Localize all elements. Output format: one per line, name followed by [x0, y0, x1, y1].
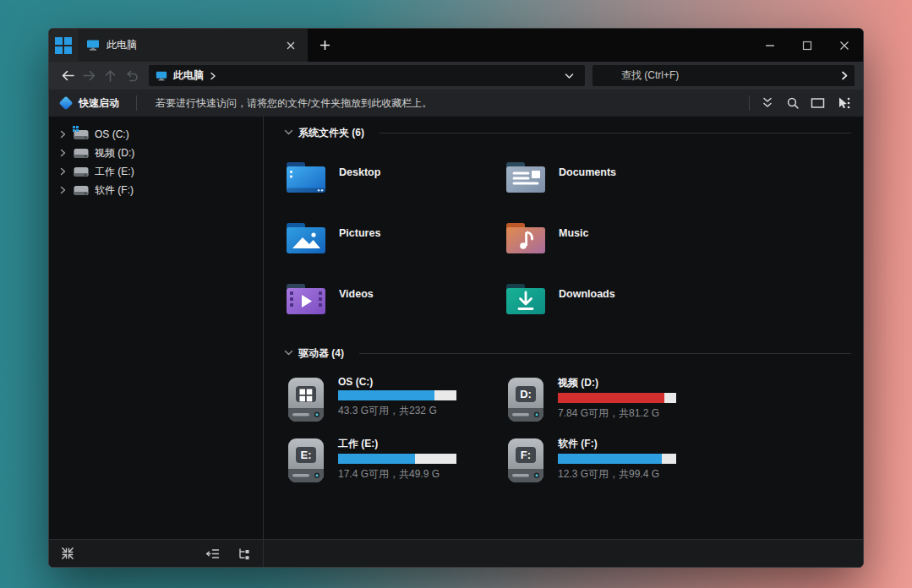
titlebar-drag-area[interactable]: [341, 29, 751, 62]
tab-title: 此电脑: [106, 38, 137, 52]
sidebar-item-video-d[interactable]: 视频 (D:): [49, 144, 263, 162]
collapse-all-button[interactable]: [59, 545, 76, 562]
folder-label: Documents: [559, 166, 616, 220]
address-bar[interactable]: 此电脑: [149, 65, 585, 86]
sidebar-item-software-f[interactable]: 软件 (F:): [49, 181, 263, 199]
collapse-toolbar-button[interactable]: [756, 92, 778, 114]
folder-item-pictures[interactable]: Pictures: [284, 220, 504, 281]
file-manager-window: 此电脑: [48, 28, 864, 568]
drive-info: 软件 (F:) 12.3 G可用，共99.4 G: [558, 437, 676, 498]
folder-item-music[interactable]: Music: [504, 220, 757, 281]
drive-item-d[interactable]: D: 视频 (D:) 7.84 G可用，共81.2 G: [504, 376, 757, 437]
address-dropdown-button[interactable]: [560, 67, 578, 85]
double-chevron-down-icon: [762, 97, 773, 109]
tab-close-button[interactable]: [282, 37, 299, 54]
drive-name: 工作 (E:): [338, 437, 456, 451]
file-list-panel: 系统文件夹 (6): [264, 117, 863, 539]
chevron-right-icon[interactable]: [841, 71, 848, 80]
sidebar-item-label: 工作 (E:): [95, 165, 134, 179]
maximize-icon: [802, 41, 812, 51]
sidebar-tree: OS (C:) 视频 (D:): [49, 117, 264, 539]
drive-icon-system: [74, 129, 89, 140]
arrow-left-icon: [61, 69, 75, 82]
undo-button[interactable]: [121, 65, 142, 87]
section-title: 驱动器 (4): [298, 346, 344, 361]
folder-item-videos[interactable]: Videos: [284, 281, 504, 342]
app-menu-button[interactable]: [49, 29, 78, 62]
drive-usage-bar: [338, 390, 456, 400]
close-button[interactable]: [826, 29, 863, 62]
chevron-down-icon: [284, 129, 293, 136]
folder-item-downloads[interactable]: Downloads: [504, 281, 757, 342]
folder-label: Downloads: [559, 288, 615, 342]
drive-usage-fill: [558, 454, 662, 464]
system-folders-grid: Desktop Documents: [284, 160, 851, 342]
expand-chevron-icon[interactable]: [56, 183, 69, 197]
drive-icon: F:: [504, 437, 548, 484]
search-tool-button[interactable]: [781, 92, 804, 114]
pictures-folder-icon: [284, 220, 328, 256]
drive-icon: D:: [504, 376, 548, 423]
drive-item-e[interactable]: E: 工作 (E:) 17.4 G可用，共49.9 G: [284, 437, 504, 498]
search-icon: [786, 96, 800, 110]
drive-item-f[interactable]: F: 软件 (F:) 12.3 G可用，共99.4 G: [504, 437, 757, 498]
drive-usage-bar: [338, 454, 456, 464]
drive-detail: 7.84 G可用，共81.2 G: [558, 406, 676, 421]
minimize-button[interactable]: [751, 29, 789, 62]
close-icon: [839, 41, 849, 51]
drive-usage-fill: [338, 390, 434, 400]
search-placeholder: 查找 (Ctrl+F): [621, 68, 679, 83]
sidebar-item-label: 软件 (F:): [95, 183, 134, 198]
section-divider: [359, 353, 851, 354]
drive-usage-bar: [558, 393, 676, 403]
drive-item-c[interactable]: OS (C:) 43.3 G可用，共232 G: [284, 376, 504, 437]
favorites-toolbar: 快速启动 若要进行快速访问，请将您的文件/文件夹拖放到此收藏栏上。: [49, 90, 863, 117]
chevron-down-icon: [284, 350, 293, 357]
drive-name: 视频 (D:): [558, 376, 676, 390]
folder-label: Videos: [339, 288, 374, 342]
windows-logo-icon: [55, 37, 72, 54]
section-header-system-folders[interactable]: 系统文件夹 (6): [284, 122, 851, 144]
toolbar-divider: [749, 95, 750, 111]
quick-launch-button[interactable]: 快速启动: [57, 96, 133, 111]
selection-mode-button[interactable]: [832, 92, 855, 114]
videos-folder-icon: [284, 281, 328, 317]
status-bar-sidebar-section: [49, 540, 264, 567]
system-drive-icon: [284, 376, 328, 423]
collapse-tree-button[interactable]: [204, 545, 221, 562]
drive-info: 视频 (D:) 7.84 G可用，共81.2 G: [558, 376, 676, 437]
expand-chevron-icon[interactable]: [56, 165, 69, 178]
rectangle-icon: [811, 97, 825, 109]
back-button[interactable]: [57, 65, 79, 87]
status-bar-main-section: [264, 540, 863, 567]
drive-name: OS (C:): [338, 376, 456, 388]
section-header-drives[interactable]: 驱动器 (4): [284, 342, 851, 364]
search-input[interactable]: 查找 (Ctrl+F): [593, 65, 855, 86]
select-rectangle-button[interactable]: [806, 92, 829, 114]
forward-button[interactable]: [79, 65, 100, 87]
navigation-bar: 此电脑 查找 (Ctrl+F): [49, 62, 863, 90]
drive-info: 工作 (E:) 17.4 G可用，共49.9 G: [338, 437, 456, 498]
chevron-right-icon: [210, 72, 216, 80]
folder-item-documents[interactable]: Documents: [504, 160, 757, 220]
windows-badge-icon: [73, 126, 79, 132]
sidebar-item-label: 视频 (D:): [95, 146, 134, 161]
expand-chevron-icon[interactable]: [56, 128, 69, 141]
toolbar-right-icons: [745, 92, 855, 114]
sidebar-item-os-c[interactable]: OS (C:): [49, 125, 263, 144]
up-button[interactable]: [100, 65, 121, 87]
tab-this-pc[interactable]: 此电脑: [78, 29, 308, 62]
drive-name: 软件 (F:): [558, 437, 676, 451]
monitor-icon: [86, 40, 100, 51]
new-tab-button[interactable]: [308, 29, 341, 62]
sidebar-item-work-e[interactable]: 工作 (E:): [49, 162, 263, 181]
arrow-up-icon: [104, 69, 117, 83]
expand-chevron-icon[interactable]: [56, 146, 69, 160]
tree-view-button[interactable]: [236, 545, 253, 562]
quick-launch-icon: [59, 96, 74, 111]
maximize-button[interactable]: [789, 29, 826, 62]
drive-usage-fill: [558, 393, 664, 403]
breadcrumb-root[interactable]: 此电脑: [173, 68, 204, 83]
minimize-icon: [765, 41, 775, 51]
folder-item-desktop[interactable]: Desktop: [284, 160, 504, 220]
